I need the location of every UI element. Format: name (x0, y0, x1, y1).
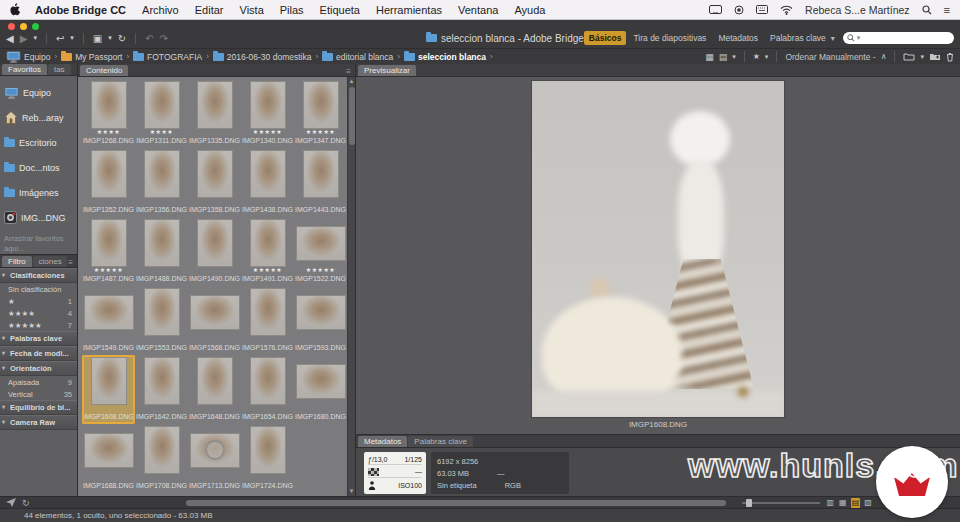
thumbnail-image[interactable] (297, 365, 345, 398)
minimize-window-button[interactable] (20, 23, 27, 30)
notification-center-icon[interactable]: ≡ (944, 4, 950, 16)
thumbnail-image[interactable] (251, 427, 285, 473)
menu-item[interactable]: Etiqueta (320, 4, 360, 16)
open-folder-icon[interactable] (903, 52, 915, 61)
menu-item[interactable]: Archivo (142, 4, 179, 16)
thumbnail-item[interactable]: ★★★★★IMGP1487.DNG (82, 217, 135, 286)
close-window-button[interactable] (8, 23, 15, 30)
thumbnail-item[interactable]: IMGP1549.DNG (82, 286, 135, 355)
breadcrumb-item[interactable]: 2016-06-30 domestika (213, 52, 312, 62)
thumbnail-stars[interactable]: ★★★★★ (306, 267, 335, 274)
thumbnail-item[interactable]: IMGP1488.DNG (135, 217, 188, 286)
thumbnail-image[interactable] (145, 151, 179, 197)
wifi-icon[interactable] (780, 5, 793, 15)
thumbnail-item[interactable]: IMGP1356.DNG (135, 148, 188, 217)
thumbnail-item[interactable]: IMGP1713.DNG (188, 424, 241, 493)
tab-previsualizar[interactable]: Previsualizar (358, 65, 416, 76)
favorites-item[interactable]: Doc...ntos (4, 155, 77, 180)
thumbnail-item[interactable]: ★★★★★IMGP1340.DNG (241, 79, 294, 148)
thumbnail-item[interactable]: IMGP1568.DNG (188, 286, 241, 355)
view-grid-lock-icon[interactable]: ▥ (826, 498, 836, 508)
apple-icon[interactable] (10, 3, 21, 16)
filter-section-header[interactable]: Palabras clave (0, 331, 77, 346)
view-dropdown[interactable]: ▾ (732, 53, 736, 61)
thumbnail-image[interactable] (145, 82, 179, 128)
thumbnail-item[interactable]: ★★★★★IMGP1347.DNG (294, 79, 347, 148)
thumbnail-image[interactable] (145, 220, 179, 266)
search-input[interactable]: ▾ (843, 32, 954, 44)
menu-item[interactable]: Editar (195, 4, 224, 16)
scrollbar-thumb[interactable] (349, 87, 355, 145)
display-mirroring-icon[interactable] (709, 5, 722, 14)
favorites-item[interactable]: Imágenes (4, 180, 77, 205)
thumbnail-item[interactable]: IMGP1648.DNG (188, 355, 241, 424)
breadcrumb-item[interactable]: FOTOGRAFIA (133, 52, 202, 62)
thumbnail-item[interactable]: ★★★★IMGP1311.DNG (135, 79, 188, 148)
filter-star-icon[interactable]: ★ (753, 52, 760, 61)
folder-dropdown[interactable]: ▾ (920, 53, 924, 61)
filter-row[interactable]: ★★★★4 (0, 307, 77, 319)
rotate-left-button[interactable]: ↶ (145, 33, 153, 44)
thumbnail-image[interactable] (85, 434, 133, 467)
filter-section-header[interactable]: Clasificaciones (0, 268, 77, 283)
sync-icon[interactable]: ↻ (22, 498, 30, 508)
workspace-tab[interactable]: Palabras clave (765, 31, 831, 45)
filter-section-header[interactable]: Equilibrio de bl... (0, 400, 77, 415)
thumbnail-item[interactable]: IMGP1358.DNG (188, 148, 241, 217)
thumbnail-size-slider[interactable] (742, 502, 820, 504)
thumbnail-item[interactable]: IMGP1352.DNG (82, 148, 135, 217)
tab-metadatos[interactable]: Metadatos (358, 436, 407, 447)
thumbnail-item[interactable]: IMGP1680.DNG (294, 355, 347, 424)
refresh-button[interactable]: ↻ (118, 33, 126, 44)
thumbnail-item[interactable]: IMGP1608.DNG (82, 355, 135, 424)
search-scope-dropdown[interactable]: ▾ (857, 34, 861, 42)
forward-button[interactable]: ▶ (20, 33, 28, 44)
thumbnail-item[interactable]: IMGP1335.DNG (188, 79, 241, 148)
tab-favoritos[interactable]: Favoritos (2, 64, 47, 75)
menu-item[interactable]: Pilas (280, 4, 304, 16)
view-thumbnails-icon[interactable]: ▦ (838, 498, 848, 508)
workspace-tab[interactable]: Tira de diapositivas (628, 31, 711, 45)
thumbnail-item[interactable]: IMGP1642.DNG (135, 355, 188, 424)
record-icon[interactable] (734, 5, 744, 15)
filter-panel-menu-icon[interactable]: ≡ (68, 258, 75, 267)
window-titlebar[interactable] (0, 20, 960, 28)
detail-view-icon[interactable]: ▤ (719, 52, 728, 62)
thumbnail-image[interactable] (304, 151, 338, 197)
rotate-right-button[interactable]: ↷ (160, 33, 168, 44)
favorites-item[interactable]: Equipo (4, 80, 77, 105)
tab-palabras-clave[interactable]: Palabras clave (408, 436, 472, 447)
thumbnail-image[interactable] (92, 220, 126, 266)
back-button[interactable]: ◀ (6, 33, 14, 44)
new-folder-button[interactable] (929, 52, 941, 61)
breadcrumb-item[interactable]: seleccion blanca (404, 52, 486, 62)
nav-dropdown[interactable]: ▾ (33, 34, 37, 42)
thumbnail-item[interactable]: IMGP1688.DNG (82, 424, 135, 493)
thumbnail-image[interactable] (297, 296, 345, 329)
filter-section-header[interactable]: Orientación (0, 361, 77, 376)
thumbnail-image[interactable] (92, 358, 126, 404)
recent-dropdown[interactable]: ▾ (70, 34, 74, 42)
horizontal-scrollbar-thumb[interactable] (186, 500, 726, 506)
thumbnail-image[interactable] (251, 220, 285, 266)
thumbnail-image[interactable] (251, 151, 285, 197)
menu-item[interactable]: Ayuda (514, 4, 545, 16)
boomerang-recent-button[interactable]: ↩ (56, 33, 64, 44)
tab-carpetas[interactable]: tas (48, 64, 71, 75)
filter-row[interactable]: Sin clasificación (0, 283, 77, 295)
filter-section-header[interactable]: Camera Raw (0, 415, 77, 430)
filter-row[interactable]: Apaisada9 (0, 376, 77, 388)
thumbnail-stars[interactable]: ★★★★★ (253, 267, 282, 274)
thumbnail-image[interactable] (251, 358, 285, 404)
thumbnail-image[interactable] (85, 296, 133, 329)
thumbnail-image[interactable] (198, 358, 232, 404)
thumbnail-item[interactable]: IMGP1443.DNG (294, 148, 347, 217)
thumbnail-item[interactable]: IMGP1576.DNG (241, 286, 294, 355)
tab-contenido[interactable]: Contenido (80, 65, 128, 76)
filter-section-header[interactable]: Fecha de modi... (0, 346, 77, 361)
thumbnail-image[interactable] (191, 296, 239, 329)
filter-row[interactable]: ★1 (0, 295, 77, 307)
open-dropdown[interactable]: ▾ (108, 34, 112, 42)
menu-item[interactable]: Ventana (458, 4, 498, 16)
export-icon[interactable] (6, 498, 16, 507)
